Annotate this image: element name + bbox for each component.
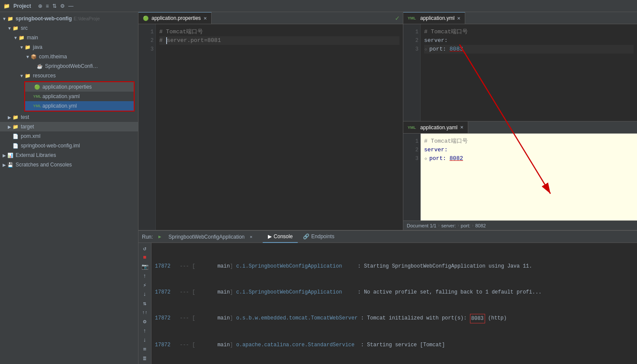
screenshot-button[interactable]: 📷 bbox=[140, 263, 150, 270]
tree-label-src: src bbox=[21, 25, 28, 31]
tree-item-com-itheima[interactable]: ▼ 📦 com.itheima bbox=[0, 52, 138, 61]
tree-item-app-yml[interactable]: ▶ YML application.yml bbox=[25, 101, 134, 111]
tree-item-target[interactable]: ▶ 📁 target bbox=[0, 122, 138, 131]
editor-status-bar: Document 1/1 › server: › port: › 8082 bbox=[403, 220, 637, 230]
tree-arrow-test: ▶ bbox=[7, 115, 12, 120]
code-content-right-bottom[interactable]: # Tomcat端口号 server: ⬦ port: 8082 bbox=[421, 134, 637, 221]
tree-item-main[interactable]: ▼ 📁 main bbox=[0, 33, 138, 42]
tree-arrow-com: ▼ bbox=[25, 54, 30, 59]
tree-item-resources[interactable]: ▼ 📁 resources bbox=[0, 71, 138, 80]
folder-icon-target: 📁 bbox=[12, 123, 19, 130]
tree-label-class: SpringbootWebConfi… bbox=[45, 63, 98, 69]
console-output[interactable]: 17872 --- [ main ] c.i.SpringbootWebConf… bbox=[151, 243, 637, 364]
breadcrumb-chevron-3: › bbox=[472, 223, 473, 228]
tree-label-yaml: application.yaml bbox=[42, 93, 80, 99]
settings-run-button[interactable]: ⚙ bbox=[140, 318, 150, 326]
sort-button[interactable]: ⇅ bbox=[140, 300, 150, 307]
tree-item-app-properties[interactable]: ▶ 🟢 application.properties bbox=[25, 82, 134, 92]
toolbar-icon-1[interactable]: ⊕ bbox=[38, 3, 42, 9]
tree-arrow-scratches: ▶ bbox=[2, 163, 7, 167]
run-panel: Run: ▶ SpringbootWebConfigApplication ✕ … bbox=[138, 230, 637, 364]
menu-button[interactable]: ≡ bbox=[140, 346, 150, 353]
code-content-left[interactable]: # Tomcat端口号 # server.port=8081 bbox=[156, 24, 403, 230]
status-text: Document 1/1 bbox=[407, 223, 436, 228]
tree-label-target: target bbox=[21, 124, 34, 130]
run-header: Run: ▶ SpringbootWebConfigApplication ✕ … bbox=[138, 231, 637, 243]
stop-button[interactable]: ■ bbox=[140, 254, 150, 261]
tab-icon-properties: 🟢 bbox=[143, 16, 149, 21]
code-line-3 bbox=[159, 45, 399, 54]
tree-item-ext-libs[interactable]: ▶ 📊 External Libraries bbox=[0, 150, 138, 160]
tree-arrow-ext: ▶ bbox=[2, 153, 7, 158]
tree-item-src[interactable]: ▼ 📁 src bbox=[0, 23, 138, 33]
tree-item-pom[interactable]: ▶ 📄 pom.xml bbox=[0, 131, 138, 141]
scroll-up-button[interactable]: ↑ bbox=[140, 272, 150, 280]
tree-arrow-main: ▼ bbox=[13, 35, 18, 40]
run-app-close[interactable]: ✕ bbox=[250, 234, 252, 239]
tree-item-app-yaml[interactable]: ▶ YML application.yaml bbox=[25, 92, 134, 101]
folder-icon-main: 📁 bbox=[18, 34, 25, 41]
console-icon: ▶ bbox=[268, 233, 272, 239]
right-bottom-line-2: server: bbox=[424, 146, 634, 154]
top-toolbar: 📁 Project ⊕ ≡ ⇅ ⚙ — bbox=[0, 0, 637, 12]
breadcrumb-value: 8082 bbox=[475, 223, 486, 228]
tree-item-scratches[interactable]: ▶ 💾 Scratches and Consoles bbox=[0, 160, 138, 169]
tab-close-yml-top[interactable]: ✕ bbox=[457, 16, 460, 21]
tree-item-root[interactable]: ▼ 📁 springboot-web-config E:\IdeaProje bbox=[0, 14, 138, 23]
project-tree: ▼ 📁 springboot-web-config E:\IdeaProje ▼… bbox=[0, 12, 138, 364]
breadcrumb-chevron-1: › bbox=[438, 223, 439, 228]
tree-item-java[interactable]: ▼ 📁 java bbox=[0, 42, 138, 52]
list-button[interactable]: ≣ bbox=[140, 355, 150, 362]
scroll-down-button[interactable]: ↓ bbox=[140, 291, 150, 298]
file-selection-box: ▶ 🟢 application.properties ▶ YML applica… bbox=[24, 81, 135, 112]
tab-yaml-bottom[interactable]: YML application.yaml ✕ bbox=[403, 121, 468, 134]
tree-label-scratches: Scratches and Consoles bbox=[16, 162, 72, 168]
run-app-icon: ▶ bbox=[156, 233, 163, 240]
tab-properties[interactable]: 🟢 application.properties ✕ bbox=[138, 12, 212, 24]
right-bottom-line-1: # Tomcat端口号 bbox=[424, 137, 634, 146]
tab-close-properties[interactable]: ✕ bbox=[203, 16, 207, 21]
tab-close-yaml-bottom[interactable]: ✕ bbox=[460, 125, 463, 130]
tree-item-springboot-class[interactable]: ▶ ☕ SpringbootWebConfi… bbox=[0, 61, 138, 71]
code-editor-right-bottom: 1 2 3 # Tomcat端口号 server: bbox=[403, 134, 637, 221]
rerun-button[interactable]: ↺ bbox=[140, 245, 150, 252]
gutter-marker-bottom: ⬦ bbox=[424, 154, 428, 163]
toolbar-icon-5[interactable]: — bbox=[68, 3, 74, 9]
ext-lib-icon: 📊 bbox=[7, 152, 14, 159]
yaml-icon: YML bbox=[34, 93, 41, 100]
run-app-name: SpringbootWebConfigApplication bbox=[168, 234, 245, 240]
tab-label-yml-top: application.yml bbox=[420, 15, 454, 21]
code-editor-left: 1 2 3 # Tomcat端口号 # server.port=8081 bbox=[138, 24, 403, 230]
port-value-top: 8083 bbox=[450, 45, 463, 54]
run-tab-endpoints[interactable]: 🔗 Endpoints bbox=[298, 231, 339, 243]
up-button[interactable]: ↑ bbox=[140, 327, 150, 335]
tree-item-iml[interactable]: ▶ 📄 springboot-web-config.iml bbox=[0, 141, 138, 150]
toolbar-icon-2[interactable]: ≡ bbox=[46, 3, 49, 9]
tree-label-properties: application.properties bbox=[42, 84, 92, 90]
console-label: Console bbox=[273, 233, 293, 239]
toolbar-icon-4[interactable]: ⚙ bbox=[60, 3, 65, 9]
right-editor-split: YML application.yml ✕ 1 2 3 bbox=[403, 12, 637, 230]
tree-item-test[interactable]: ▶ 📁 test bbox=[0, 112, 138, 122]
right-top-pane: YML application.yml ✕ 1 2 3 bbox=[403, 12, 637, 121]
sidebar: ▼ 📁 springboot-web-config E:\IdeaProje ▼… bbox=[0, 12, 138, 364]
code-content-right-top[interactable]: # Tomcat端口号 server: ⬦ port: 8083 bbox=[421, 24, 637, 121]
tree-arrow-target: ▶ bbox=[7, 125, 12, 129]
tab-label-yaml-bottom: application.yaml bbox=[420, 125, 457, 131]
project-label[interactable]: Project bbox=[13, 3, 31, 9]
gutter-marker-top: ⬦ bbox=[424, 45, 428, 54]
folder-icon-resources: 📁 bbox=[24, 72, 31, 79]
toolbar-icon-3[interactable]: ⇅ bbox=[52, 3, 57, 9]
tree-label-main: main bbox=[27, 35, 38, 41]
run-content: ↺ ■ 📷 ↑ ⚡ ↓ ⇅ ↑↑ ⚙ ↑ ↓ ≡ ≣ bbox=[138, 243, 637, 364]
move-up-button[interactable]: ↑↑ bbox=[140, 309, 150, 316]
tree-label-ext: External Libraries bbox=[16, 152, 56, 158]
tab-yml-top[interactable]: YML application.yml ✕ bbox=[403, 12, 465, 24]
tab-label-properties: application.properties bbox=[151, 15, 201, 21]
down-button[interactable]: ↓ bbox=[140, 336, 150, 344]
action-button[interactable]: ⚡ bbox=[140, 281, 150, 289]
tree-label-test: test bbox=[21, 114, 29, 120]
line-numbers-right-top: 1 2 3 bbox=[403, 24, 421, 121]
run-tab-console[interactable]: ▶ Console bbox=[263, 231, 298, 243]
log-line-1: 17872 --- [ main ] c.i.SpringbootWebConf… bbox=[155, 262, 634, 271]
